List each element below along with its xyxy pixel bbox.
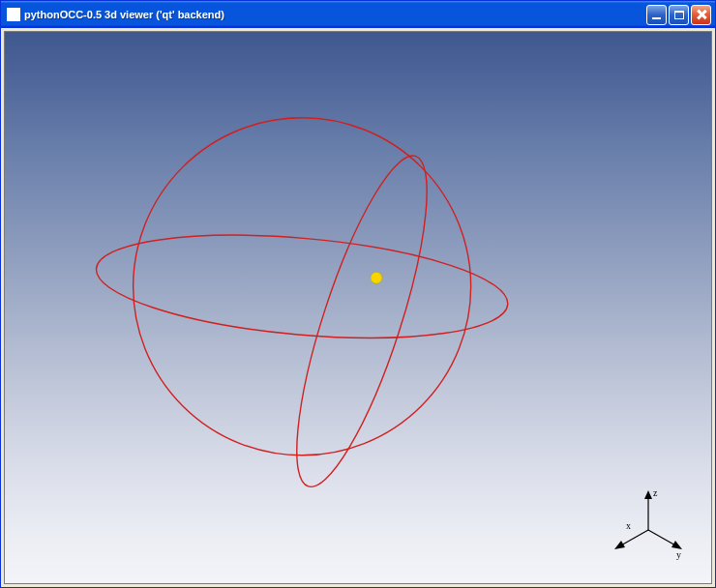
window-title: pythonOCC-0.5 3d viewer ('qt' backend) (24, 9, 646, 20)
meridian-ellipse (272, 144, 453, 498)
axis-gizmo: z x y (605, 486, 692, 564)
x-axis-arrow-icon (614, 541, 625, 549)
close-button[interactable] (691, 5, 711, 25)
main-window: pythonOCC-0.5 3d viewer ('qt' backend) (0, 0, 716, 588)
x-axis-label: x (626, 520, 631, 531)
y-axis-label: y (676, 549, 681, 560)
z-axis-label: z (653, 487, 658, 498)
x-axis-line (619, 530, 648, 546)
maximize-icon (674, 11, 684, 19)
minimize-icon (652, 17, 661, 20)
window-controls (646, 5, 713, 25)
z-axis-arrow-icon (644, 490, 652, 499)
y-axis-line (648, 530, 677, 546)
sphere-outline-circle (134, 118, 471, 456)
point-marker (371, 272, 382, 283)
viewport-frame: z x y (1, 28, 715, 587)
titlebar[interactable]: pythonOCC-0.5 3d viewer ('qt' backend) (1, 1, 715, 28)
close-icon (696, 9, 707, 20)
minimize-button[interactable] (646, 5, 667, 25)
app-icon (7, 8, 20, 21)
y-axis-arrow-icon (671, 541, 682, 549)
3d-viewport[interactable]: z x y (4, 31, 712, 584)
maximize-button[interactable] (669, 5, 689, 25)
equator-ellipse (92, 220, 512, 353)
